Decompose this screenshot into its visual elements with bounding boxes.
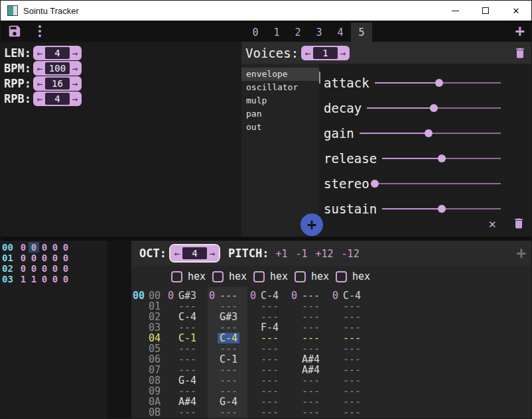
hex-checkbox[interactable]: [336, 271, 347, 282]
clear-unit-button[interactable]: ✕: [489, 216, 496, 231]
param-slider-stereo[interactable]: [375, 179, 501, 188]
note-cell[interactable]: ---: [290, 407, 331, 418]
note-cell[interactable]: ---: [208, 301, 249, 312]
note-cell[interactable]: ---: [166, 365, 208, 375]
tab-0[interactable]: 0: [245, 23, 266, 42]
note-cell[interactable]: ---: [331, 301, 372, 312]
note-cell[interactable]: 0---: [290, 290, 331, 301]
note-cell[interactable]: A#4: [290, 365, 331, 375]
maximize-button[interactable]: [470, 1, 501, 21]
note-cell[interactable]: G-4: [208, 396, 249, 407]
note-cell[interactable]: ---: [290, 375, 331, 386]
rpp-stepper-decrease-button[interactable]: ←: [34, 77, 45, 90]
hex-checkbox[interactable]: [253, 271, 265, 282]
order-cell[interactable]: 1: [18, 274, 29, 284]
note-cell[interactable]: A#4: [290, 354, 331, 365]
note-cell[interactable]: F-4: [249, 322, 290, 333]
note-cell[interactable]: ---: [331, 365, 372, 375]
order-cell[interactable]: 0: [29, 253, 39, 263]
rpp-stepper-value[interactable]: 16: [45, 78, 70, 90]
note-cell[interactable]: C-1: [208, 354, 249, 365]
rpb-stepper-increase-button[interactable]: →: [70, 92, 80, 105]
pitch-button--1[interactable]: -1: [295, 248, 307, 260]
note-cell[interactable]: 0C-4: [331, 290, 372, 301]
order-cell[interactable]: 0: [29, 263, 39, 274]
slider-thumb[interactable]: [438, 205, 446, 213]
note-cell[interactable]: ---: [208, 322, 249, 333]
minimize-button[interactable]: [440, 1, 470, 21]
note-cell[interactable]: ---: [208, 386, 249, 396]
note-cell[interactable]: ---: [166, 407, 208, 418]
order-cell[interactable]: 0: [50, 274, 60, 284]
note-cell[interactable]: ---: [331, 343, 372, 354]
menu-button[interactable]: [38, 25, 42, 37]
note-cell[interactable]: ---: [166, 386, 208, 396]
note-cell[interactable]: ---: [166, 301, 208, 312]
order-cell[interactable]: 0: [39, 253, 50, 263]
rpp-stepper-increase-button[interactable]: →: [70, 77, 80, 90]
tab-1[interactable]: 1: [266, 23, 287, 42]
note-cell[interactable]: ---: [331, 375, 372, 386]
note-cell[interactable]: ---: [290, 333, 331, 343]
len-stepper-value[interactable]: 4: [45, 47, 70, 59]
voices-stepper-value[interactable]: 1: [313, 47, 338, 59]
len-stepper-decrease-button[interactable]: ←: [34, 46, 45, 60]
rpb-stepper-value[interactable]: 4: [45, 93, 70, 105]
note-cell[interactable]: ---: [208, 375, 249, 386]
note-cell[interactable]: ---: [249, 396, 290, 407]
order-cell[interactable]: 0: [39, 242, 50, 253]
note-cell[interactable]: ---: [290, 386, 331, 396]
order-cell[interactable]: 0: [29, 242, 39, 253]
note-cell[interactable]: ---: [166, 322, 208, 333]
note-cell[interactable]: ---: [331, 386, 372, 396]
note-cell[interactable]: ---: [166, 343, 208, 354]
note-cell[interactable]: ---: [290, 322, 331, 333]
tab-5[interactable]: 5: [351, 23, 372, 42]
note-cell[interactable]: ---: [249, 365, 290, 375]
note-cell[interactable]: ---: [249, 301, 290, 312]
octave-stepper-decrease-button[interactable]: ←: [172, 247, 182, 260]
note-cell[interactable]: ---: [249, 354, 290, 365]
note-cell[interactable]: ---: [331, 322, 372, 333]
note-cell[interactable]: ---: [208, 343, 249, 354]
add-track-button[interactable]: +: [515, 22, 525, 40]
pitch-button-+12[interactable]: +12: [316, 248, 334, 260]
order-cell[interactable]: 0: [50, 242, 60, 253]
octave-stepper-value[interactable]: 4: [182, 247, 207, 259]
tab-4[interactable]: 4: [330, 23, 351, 42]
note-cell[interactable]: G-4: [166, 375, 208, 386]
add-pattern-button[interactable]: +: [517, 244, 526, 263]
note-cell[interactable]: ---: [249, 333, 290, 343]
note-cell[interactable]: ---: [331, 354, 372, 365]
order-cell[interactable]: 0: [50, 263, 60, 274]
rpb-stepper-decrease-button[interactable]: ←: [34, 92, 45, 105]
note-cell[interactable]: ---: [249, 386, 290, 396]
hex-checkbox[interactable]: [295, 271, 306, 282]
slider-thumb[interactable]: [371, 180, 379, 188]
hex-checkbox[interactable]: [171, 271, 182, 282]
octave-stepper-increase-button[interactable]: →: [207, 247, 218, 260]
note-cell[interactable]: A#4: [166, 396, 208, 407]
order-cell[interactable]: 0: [60, 274, 71, 284]
note-cell[interactable]: ---: [331, 312, 372, 322]
delete-unit-button[interactable]: [512, 216, 525, 231]
note-cell[interactable]: C-4: [166, 312, 208, 322]
param-slider-release[interactable]: [382, 154, 501, 163]
note-cell[interactable]: 0---: [208, 290, 249, 301]
order-cell[interactable]: 0: [60, 242, 71, 253]
order-cell[interactable]: 0: [18, 263, 29, 274]
save-button[interactable]: [7, 24, 22, 38]
unit-item-oscillator[interactable]: oscillator: [241, 81, 319, 94]
note-cell[interactable]: ---: [331, 396, 372, 407]
slider-thumb[interactable]: [425, 129, 432, 137]
hex-checkbox[interactable]: [212, 271, 224, 282]
order-cell[interactable]: 0: [39, 274, 50, 284]
param-slider-decay[interactable]: [367, 103, 501, 113]
note-cell[interactable]: ---: [331, 407, 372, 418]
slider-thumb[interactable]: [430, 104, 438, 112]
bpm-stepper-decrease-button[interactable]: ←: [34, 62, 45, 75]
note-cell[interactable]: C-4: [208, 333, 249, 343]
tab-3[interactable]: 3: [308, 23, 330, 42]
order-cell[interactable]: 0: [60, 253, 71, 263]
add-unit-button[interactable]: +: [300, 213, 323, 236]
